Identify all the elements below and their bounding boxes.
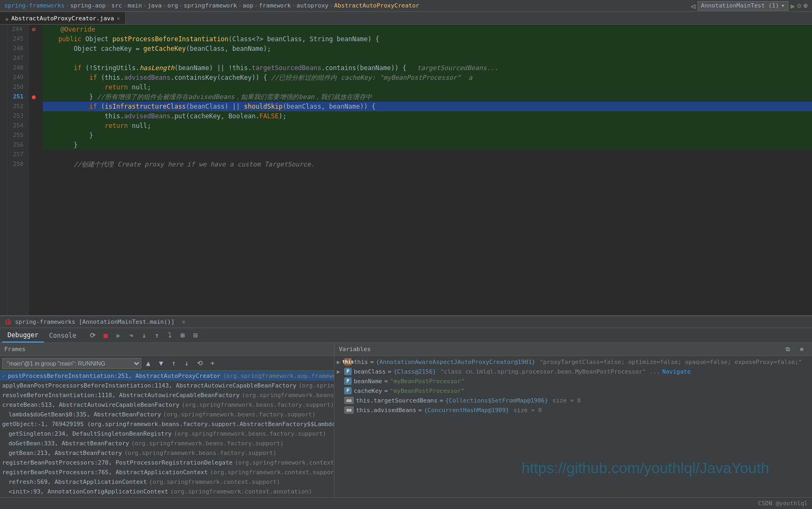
var-expand-icon[interactable]: ▶ <box>337 359 342 366</box>
breadcrumb-item-src[interactable]: src <box>111 2 122 9</box>
frame-item[interactable]: doGetBean:333, AbstractBeanFactory (org.… <box>0 438 334 448</box>
export-frames-button[interactable]: ↑ <box>168 358 180 369</box>
code-editor[interactable]: @Override public Object postProcessBefor… <box>39 25 812 315</box>
add-frame-button[interactable]: + <box>207 358 218 369</box>
frames-list: ✓ postProcessBeforeInstantiation:251, Ab… <box>0 371 334 497</box>
frame-item[interactable]: registerBeanPostProcessors:270, PostProc… <box>0 458 334 467</box>
filter-frames-button[interactable]: ▲ <box>142 358 154 369</box>
line-number: 246 <box>13 44 24 54</box>
top-right-toolbar: ◁ AnnotationMainTest (1) ▾ ▶ ⚙ ⊙ <box>690 1 808 11</box>
breadcrumb-item-aop[interactable]: aop <box>242 2 253 9</box>
run-config-selector[interactable]: AnnotationMainTest (1) ▾ <box>697 1 788 11</box>
navigate-link[interactable]: Navigate <box>662 368 690 375</box>
frame-item[interactable]: getObject:-1, 769429195 (org.springframe… <box>0 419 334 429</box>
variable-cachekey[interactable]: P cacheKey = "myBeanPostProcessor" <box>335 386 812 396</box>
status-bar: CSDN @youthlql <box>0 497 812 509</box>
variable-this[interactable]: ▶ this this = {AnnotationAwareAspectJAut… <box>335 357 812 367</box>
var-expand-icon[interactable]: ▶ <box>337 368 342 375</box>
variable-targetsourcedbeans[interactable]: oo this.targetSourcedBeans = {Collection… <box>335 396 812 405</box>
editor-tab-abstract-auto-proxy[interactable]: ☕ AbstractAutoProxyCreator.java × <box>0 12 126 24</box>
breadcrumb-item-java[interactable]: java <box>148 2 162 9</box>
breadcrumb-item-autoproxy[interactable]: autoproxy <box>297 2 329 9</box>
copy-value-button[interactable]: ⧉ <box>782 344 794 355</box>
rerun-button[interactable]: ⟳ <box>87 330 98 341</box>
run-to-cursor-button[interactable]: ⤵ <box>164 330 176 341</box>
debug-action-buttons: ⟳ ■ ▶ ↷ ↓ ↑ ⤵ ⊞ ⊟ <box>87 330 201 341</box>
filter-variables-button[interactable]: ⊗ <box>796 344 808 355</box>
var-type-icon: P <box>344 368 352 375</box>
debug-run-icon[interactable]: ⚙ <box>797 2 801 10</box>
variable-beanname[interactable]: P beanName = "myBeanPostProcessor" <box>335 376 812 386</box>
breakpoint-marker-251[interactable]: ● <box>32 93 35 101</box>
frame-class: (org.springframework.context.supp... <box>234 459 334 466</box>
sort-frames-button[interactable]: ▼ <box>155 358 167 369</box>
debug-session-label: spring-frameworks [AnnotationMainTest.ma… <box>15 318 174 325</box>
var-desc: size = 0 <box>513 407 542 414</box>
debug-panel: 🐞 spring-frameworks [AnnotationMainTest.… <box>0 315 812 497</box>
frame-class: (org.springframework.beans.factory.suppo… <box>163 411 316 418</box>
frames-toolbar: "main"@1 in group "main": RUNNING ▲ ▼ ↑ … <box>0 356 334 371</box>
back-icon[interactable]: ◁ <box>690 2 695 10</box>
frame-class: (org.springframework.aop.framework.aut..… <box>223 373 334 379</box>
step-into-button[interactable]: ↓ <box>138 330 150 341</box>
frame-class: (org.springfram... <box>299 382 334 389</box>
frame-item[interactable]: ✓ postProcessBeforeInstantiation:251, Ab… <box>0 371 334 381</box>
line-number: 249 <box>13 73 24 82</box>
coverage-icon[interactable]: ⊙ <box>803 2 808 10</box>
variable-beanclass[interactable]: ▶ P beanClass = {Class@2156} "class cn.i… <box>335 367 812 376</box>
breadcrumb-item-springframework[interactable]: springframework <box>184 2 237 9</box>
line-number: 254 <box>13 121 24 131</box>
status-right-text: CSDN @youthlql <box>758 500 808 507</box>
line-number: 255 <box>13 131 24 140</box>
line-number: 257 <box>13 150 24 159</box>
frames-header: Frames <box>0 343 334 356</box>
resume-button[interactable]: ▶ <box>112 330 124 341</box>
frame-item[interactable]: createBean:513, AbstractAutowireCapableB… <box>0 400 334 409</box>
debug-session-close[interactable]: × <box>182 318 186 325</box>
breadcrumb-item-main[interactable]: main <box>128 2 142 9</box>
breadcrumb-bar: spring-frameworks › spring-aop › src › m… <box>0 0 812 12</box>
breadcrumb-item-org[interactable]: org <box>168 2 178 9</box>
var-name: cacheKey <box>354 388 382 394</box>
frame-name: postProcessBeforeInstantiation:251, Abst… <box>8 373 221 379</box>
variables-header: Variables ⧉ ⊗ <box>335 343 812 356</box>
tab-console[interactable]: Console <box>44 328 82 343</box>
frame-item[interactable]: registerBeanPostProcessors:765, Abstract… <box>0 467 334 477</box>
step-out-button[interactable]: ↑ <box>151 330 163 341</box>
breakpoint-marker-244[interactable]: ⊙ <box>32 26 35 33</box>
frame-item[interactable]: lambda$doGetBean$0:335, AbstractBeanFact… <box>0 409 334 419</box>
thread-selector[interactable]: "main"@1 in group "main": RUNNING <box>2 358 141 369</box>
code-line-251: if (isInfrastructureClass(beanClass) || … <box>43 102 812 111</box>
breadcrumb-item-spring-aop[interactable]: spring-aop <box>70 2 105 9</box>
breadcrumb-item-framework[interactable]: framework <box>259 2 291 9</box>
frame-item[interactable]: refresh:569, AbstractApplicationContext … <box>0 477 334 487</box>
frame-class: (org.springframework.beans.factory.suppo… <box>124 450 277 457</box>
refresh-frames-button[interactable]: ⟲ <box>194 358 206 369</box>
frame-item[interactable]: applyBeanPostProcessorsBeforeInstantiati… <box>0 381 334 390</box>
var-name: beanName <box>354 378 382 385</box>
tab-close-button[interactable]: × <box>117 16 120 21</box>
evaluate-button[interactable]: ⊞ <box>177 330 188 341</box>
var-value: {Collections$SetFromMap@1906} <box>445 397 548 404</box>
frame-item[interactable]: getBean:213, AbstractBeanFactory (org.sp… <box>0 448 334 458</box>
frame-class: (org.springframework.context.support) <box>210 469 334 476</box>
step-over-button[interactable]: ↷ <box>125 330 137 341</box>
var-type-icon: oo <box>344 397 354 404</box>
frames-panel: Frames "main"@1 in group "main": RUNNING… <box>0 343 335 497</box>
frame-name: refresh:569, AbstractApplicationContext <box>9 478 147 485</box>
variable-advisedbeans[interactable]: oo this.advisedBeans = {ConcurrentHashMa… <box>335 405 812 415</box>
frame-item[interactable]: getSingleton:234, DefaultSingletonBeanRe… <box>0 429 334 438</box>
breadcrumb-active: AbstractAutoProxyCreator <box>334 2 419 9</box>
frame-item[interactable]: resolveBeforeInstantiation:1118, Abstrac… <box>0 390 334 400</box>
var-value: {Class@2156} <box>393 368 436 375</box>
debug-toolbar: Debugger Console ⟳ ■ ▶ ↷ ↓ ↑ ⤵ ⊞ ⊟ <box>0 328 812 343</box>
code-line-256 <box>43 150 812 159</box>
frame-item[interactable]: <init>:93, AnnotationConfigApplicationCo… <box>0 487 334 496</box>
frames-table-button[interactable]: ⊟ <box>189 330 201 341</box>
expand-frames-button[interactable]: ↓ <box>181 358 193 369</box>
tab-debugger[interactable]: Debugger <box>2 328 44 343</box>
stop-button[interactable]: ■ <box>100 330 111 341</box>
var-desc: "proxyTargetClass=false; optimize=false;… <box>540 359 802 366</box>
run-icon[interactable]: ▶ <box>791 2 795 10</box>
breadcrumb-item-spring-frameworks[interactable]: spring-frameworks <box>4 2 65 9</box>
